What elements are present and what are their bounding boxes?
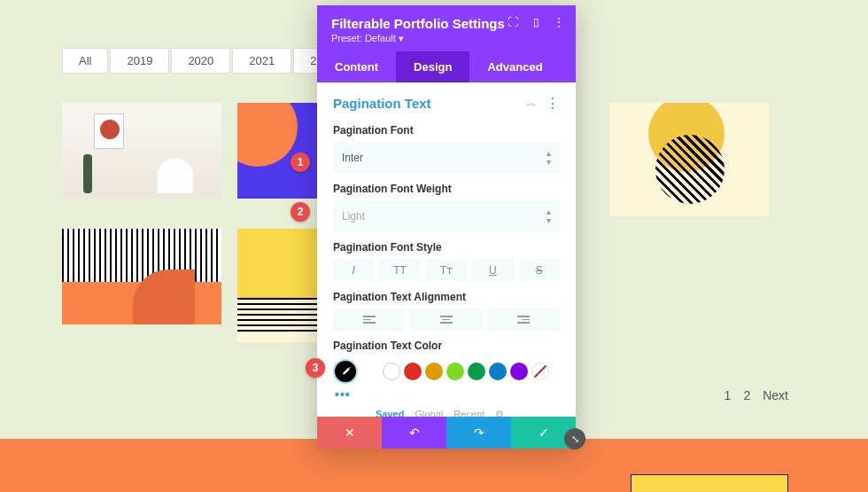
panel-tabs: Content Design Advanced bbox=[317, 51, 576, 82]
redo-button[interactable]: ↷ bbox=[446, 417, 511, 449]
weight-label: Pagination Font Weight bbox=[333, 183, 560, 195]
filter-2020[interactable]: 2020 bbox=[171, 48, 230, 74]
weight-select[interactable]: Light ▴▾ bbox=[333, 200, 560, 232]
filter-bar: All 2019 2020 2021 2022 bbox=[62, 48, 353, 74]
panel-preset-selector[interactable]: Preset: Default ▾ bbox=[331, 33, 562, 44]
font-label: Pagination Font bbox=[333, 124, 560, 137]
pagination-page-2[interactable]: 2 bbox=[743, 388, 750, 402]
smallcaps-button[interactable]: Tᴛ bbox=[426, 259, 467, 282]
swatch-white[interactable] bbox=[383, 363, 400, 380]
chevron-updown-icon: ▴▾ bbox=[546, 149, 551, 167]
more-icon[interactable]: ⋮ bbox=[553, 16, 565, 28]
more-colors-icon[interactable]: ••• bbox=[335, 387, 560, 402]
panel-footer: ✕ ↶ ↷ ✓ bbox=[317, 417, 576, 449]
callout-marker-3: 3 bbox=[306, 358, 325, 378]
callout-marker-2: 2 bbox=[291, 202, 310, 222]
align-right-button[interactable] bbox=[488, 308, 560, 331]
swatch-amber[interactable] bbox=[425, 363, 443, 380]
style-label: Pagination Font Style bbox=[333, 241, 560, 254]
footer-accent bbox=[631, 474, 788, 492]
chevron-updown-icon: ▴▾ bbox=[546, 207, 551, 225]
settings-panel: Filterable Portfolio Settings Preset: De… bbox=[317, 5, 576, 449]
undo-button[interactable]: ↶ bbox=[382, 417, 446, 449]
section-title[interactable]: Pagination Text bbox=[333, 96, 431, 111]
align-left-button[interactable] bbox=[333, 308, 405, 331]
pagination-next[interactable]: Next bbox=[763, 388, 788, 402]
panel-header: Filterable Portfolio Settings Preset: De… bbox=[317, 5, 576, 51]
filter-2021[interactable]: 2021 bbox=[232, 48, 291, 74]
portfolio-tile[interactable] bbox=[62, 229, 221, 324]
underline-button[interactable]: U bbox=[472, 259, 513, 282]
align-label: Pagination Text Alignment bbox=[333, 291, 560, 303]
column-icon[interactable]: ▯ bbox=[530, 16, 542, 28]
pagination-nav: 1 2 Next bbox=[725, 388, 788, 402]
swatch-blue[interactable] bbox=[489, 363, 507, 380]
swatch-purple[interactable] bbox=[510, 363, 528, 380]
callout-marker-1: 1 bbox=[291, 152, 310, 172]
swatch-tab-global[interactable]: Global bbox=[415, 409, 443, 417]
swatch-lime[interactable] bbox=[446, 363, 464, 380]
eyedropper-icon bbox=[339, 365, 352, 378]
tab-advanced[interactable]: Advanced bbox=[469, 51, 560, 82]
swatch-tab-saved[interactable]: Saved bbox=[376, 409, 404, 417]
portfolio-tile[interactable] bbox=[609, 103, 769, 216]
swatch-red[interactable] bbox=[404, 363, 422, 380]
section-menu-icon[interactable]: ⋮ bbox=[546, 95, 560, 112]
color-picker-button[interactable] bbox=[333, 359, 358, 384]
color-label: Pagination Text Color bbox=[333, 340, 560, 352]
swatch-green[interactable] bbox=[468, 363, 485, 380]
close-button[interactable]: ✕ bbox=[317, 417, 382, 449]
italic-button[interactable]: I bbox=[333, 259, 374, 282]
swatch-black[interactable] bbox=[361, 363, 379, 380]
font-select[interactable]: Inter ▴▾ bbox=[333, 142, 560, 174]
collapse-icon[interactable]: ︿ bbox=[526, 96, 537, 111]
swatch-tab-recent[interactable]: Recent bbox=[453, 409, 484, 417]
align-center-button[interactable] bbox=[410, 308, 482, 331]
filter-all[interactable]: All bbox=[62, 48, 108, 74]
swatch-settings-icon[interactable]: ⚙ bbox=[495, 409, 504, 418]
filter-2019[interactable]: 2019 bbox=[110, 48, 169, 74]
pagination-page-1[interactable]: 1 bbox=[725, 388, 732, 402]
resize-handle[interactable]: ⤡ bbox=[564, 428, 585, 449]
tab-content[interactable]: Content bbox=[317, 51, 396, 82]
panel-body: Pagination Text ︿ ⋮ Pagination Font Inte… bbox=[317, 82, 576, 417]
expand-icon[interactable]: ⛶ bbox=[507, 16, 519, 28]
uppercase-button[interactable]: TT bbox=[379, 259, 420, 282]
strikethrough-button[interactable]: S bbox=[519, 259, 560, 282]
swatch-none[interactable] bbox=[531, 363, 549, 380]
portfolio-tile[interactable] bbox=[62, 103, 221, 199]
tab-design[interactable]: Design bbox=[396, 51, 469, 82]
